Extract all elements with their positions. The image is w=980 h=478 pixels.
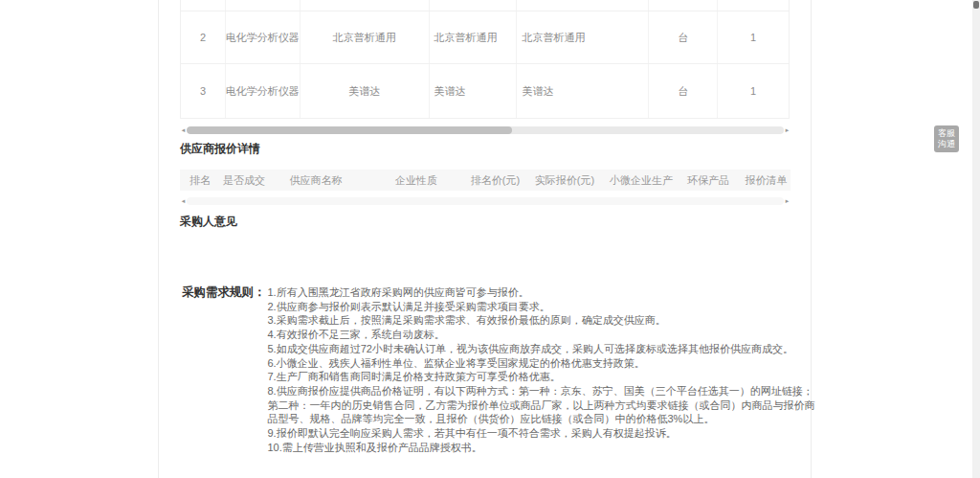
content-left-border: [158, 0, 159, 478]
table-row: 3 电化学分析仪器 美谱达 美谱达 美谱达 台 1: [181, 64, 789, 119]
rule-item: 2.供应商参与报价则表示默认满足并接受采购需求项目要求。: [268, 300, 822, 314]
product-table: 2 电化学分析仪器 北京普析通用 北京普析通用 北京普析通用 台 1 3 电化学…: [180, 0, 790, 119]
scroll-right-icon[interactable]: ►: [784, 125, 791, 135]
cell-seq: 2: [181, 11, 226, 63]
rule-item: 5.如成交供应商超过72小时未确认订单，视为该供应商放弃成交，采购人可选择废标或…: [268, 342, 822, 356]
col-actual-price: 实际报价(元): [522, 173, 608, 188]
vscrollbar-thumb[interactable]: [973, 1, 979, 9]
cell-seq: 3: [181, 64, 226, 118]
quote-table-header: 排名 是否成交 供应商名称 企业性质 排名价(元) 实际报价(元) 小微企业生产…: [180, 170, 791, 191]
col-eco-product: 环保产品: [675, 173, 742, 188]
rule-item: 1.所有入围黑龙江省政府采购网的供应商皆可参与报价。: [268, 285, 822, 300]
cell-brand: 美谱达: [301, 64, 430, 118]
rule-item: 3.采购需求截止后，按照满足采购需求需求、有效报价最低的原则，确定成交供应商。: [268, 313, 822, 328]
cell-unit: 台: [649, 64, 718, 118]
cell-category: 电化学分析仪器: [226, 64, 301, 118]
scrollbar-thumb[interactable]: [187, 126, 512, 134]
col-small-enterprise: 小微企业生产: [608, 173, 675, 188]
table-row: 2 电化学分析仪器 北京普析通用 北京普析通用 北京普析通用 台 1: [181, 11, 789, 64]
cell-category: 电化学分析仪器: [226, 11, 301, 63]
rule-item: 9.报价即默认完全响应采购人需求，若其中有任一项不符合需求，采购人有权提起投诉。: [268, 426, 822, 441]
col-rank-price: 排名价(元): [469, 173, 522, 188]
scroll-left-icon[interactable]: ◄: [180, 196, 187, 206]
cell-unit: 台: [649, 11, 718, 63]
rule-item: 8.供应商报价应提供商品价格证明，有以下两种方式：第一种：京东、苏宁、国美（三个…: [268, 384, 822, 426]
cell-qty: 1: [718, 64, 789, 118]
col-quote-list: 报价清单: [742, 173, 791, 188]
scrollbar-track[interactable]: [187, 197, 784, 205]
scrollbar-track[interactable]: [187, 126, 784, 134]
rules-list: 1.所有入围黑龙江省政府采购网的供应商皆可参与报价。 2.供应商参与报价则表示默…: [268, 285, 822, 454]
customer-service-label-line2: 沟通: [934, 139, 959, 149]
cell-model: 美谱达: [430, 64, 518, 118]
cell-name: 北京普析通用: [517, 11, 649, 63]
cell-name: 美谱达: [517, 64, 649, 118]
browser-vscrollbar[interactable]: [972, 0, 980, 478]
col-enterprise-type: 企业性质: [364, 173, 469, 188]
cell-model: 北京普析通用: [430, 11, 518, 63]
cell-brand: 北京普析通用: [301, 11, 430, 63]
scroll-right-icon[interactable]: ►: [784, 196, 791, 206]
scroll-left-icon[interactable]: ◄: [180, 125, 187, 135]
customer-service-button[interactable]: 客服 沟通: [934, 125, 959, 152]
product-table-hscrollbar[interactable]: ◄ ►: [180, 125, 791, 135]
rule-item: 10.需上传营业执照和及报价产品品牌授权书。: [268, 441, 822, 455]
col-deal: 是否成交: [220, 173, 268, 188]
rule-item: 4.有效报价不足三家，系统自动废标。: [268, 328, 822, 342]
procurement-rules: 采购需求规则： 1.所有入围黑龙江省政府采购网的供应商皆可参与报价。 2.供应商…: [182, 285, 821, 454]
supplier-quotes-title: 供应商报价详情: [180, 141, 260, 157]
buyer-opinion-title: 采购人意见: [180, 214, 237, 230]
col-supplier-name: 供应商名称: [268, 173, 364, 188]
rules-label: 采购需求规则：: [182, 285, 266, 454]
quote-table-hscrollbar[interactable]: ◄ ►: [180, 196, 791, 206]
cell-qty: 1: [718, 11, 789, 63]
procurement-detail-page: 2 电化学分析仪器 北京普析通用 北京普析通用 北京普析通用 台 1 3 电化学…: [0, 0, 980, 478]
col-rank: 排名: [180, 173, 220, 188]
rule-item: 7.生产厂商和销售商同时满足价格支持政策方可享受价格优惠。: [268, 370, 822, 384]
rule-item: 6.小微企业、残疾人福利性单位、监狱企业将享受国家规定的价格优惠支持政策。: [268, 356, 822, 371]
customer-service-label-line1: 客服: [934, 128, 959, 139]
table-row-partial: [181, 0, 789, 11]
